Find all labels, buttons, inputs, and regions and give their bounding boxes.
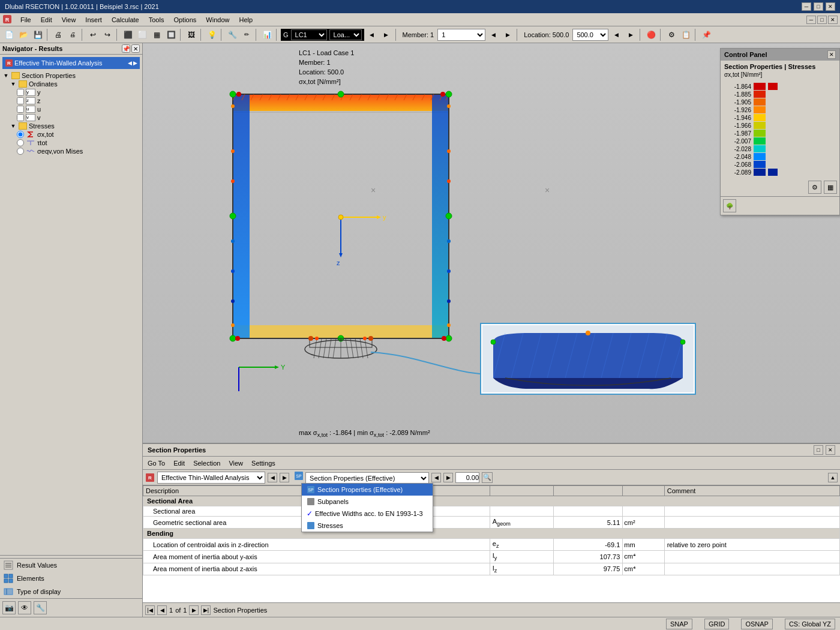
minimize-btn[interactable]: ─	[802, 2, 811, 11]
tb-btn6[interactable]: ⬜	[136, 28, 149, 41]
elements-item[interactable]: Elements	[0, 572, 142, 585]
tree-v[interactable]: v v	[0, 113, 142, 122]
tree-u[interactable]: u u	[0, 105, 142, 113]
tree-tau-tot[interactable]: τtot	[0, 139, 142, 147]
settings-btn[interactable]: Settings	[249, 460, 278, 467]
menu-view[interactable]: View	[57, 15, 81, 25]
menu-options[interactable]: Options	[169, 15, 201, 25]
app-close-btn[interactable]: ✕	[828, 16, 838, 24]
tb-btn23[interactable]: 📌	[700, 28, 713, 41]
props-select[interactable]: Section Properties (Effective) Subpanels…	[305, 472, 429, 484]
save-btn[interactable]: 💾	[31, 28, 44, 41]
color-panel-close[interactable]: ✕	[827, 50, 836, 59]
props-next-btn[interactable]: ▶	[443, 473, 453, 482]
sigma-radio[interactable]	[17, 131, 24, 138]
member-next-btn[interactable]: ▶	[501, 28, 514, 41]
menu-help[interactable]: Help	[234, 15, 257, 25]
cs-item[interactable]: CS: Global YZ	[785, 619, 835, 629]
maximize-btn[interactable]: □	[814, 2, 823, 11]
open-btn[interactable]: 📂	[17, 28, 30, 41]
sub-prev-btn[interactable]: ◀	[268, 473, 277, 482]
goto-btn[interactable]: Go To	[145, 460, 167, 467]
load-select[interactable]: Loa...	[329, 29, 362, 40]
tb-btn13[interactable]: 📊	[260, 28, 274, 41]
tb-btn9[interactable]: 🖼	[185, 28, 198, 41]
view-btn[interactable]: View	[226, 460, 245, 467]
grid-item[interactable]: GRID	[704, 619, 730, 629]
member-prev-btn[interactable]: ◀	[487, 28, 500, 41]
props-prev-btn[interactable]: ◀	[431, 473, 441, 482]
tb-btn20[interactable]: 🔴	[644, 28, 658, 41]
search-btn[interactable]: 🔍	[482, 472, 493, 483]
edit-btn[interactable]: Edit	[171, 460, 187, 467]
tb-btn11[interactable]: 🔧	[226, 28, 239, 41]
window-controls[interactable]: ─ □ ✕	[802, 2, 835, 11]
app-min-btn[interactable]: ─	[806, 16, 816, 24]
lc-prev-btn[interactable]: ◀	[365, 28, 379, 41]
snap-item[interactable]: SNAP	[666, 619, 692, 629]
osnap-item[interactable]: OSNAP	[741, 619, 773, 629]
location-select[interactable]: 500.0	[572, 29, 608, 41]
loc-next-btn[interactable]: ▶	[624, 28, 637, 41]
print-btn[interactable]: 🖨	[52, 28, 65, 41]
menu-file[interactable]: File	[16, 15, 36, 25]
z-checkbox[interactable]	[17, 97, 24, 104]
nav-footer-btn3[interactable]: 🔧	[34, 601, 47, 614]
tb-btn21[interactable]: ⚙	[665, 28, 678, 41]
dropdown-item-1[interactable]: SP Section Properties (Effective)	[302, 484, 433, 496]
mises-radio[interactable]	[17, 148, 24, 155]
tau-radio[interactable]	[17, 139, 24, 146]
tb-btn22[interactable]: 📋	[679, 28, 692, 41]
tb-btn5[interactable]: ⬛	[121, 28, 134, 41]
nav-pin-btn[interactable]: 📌	[122, 44, 130, 53]
tree-stresses[interactable]: ▼ Stresses	[0, 122, 142, 130]
analysis-dropdown[interactable]: R Effective Thin-Walled Analysis ◀▶	[2, 57, 140, 69]
bottom-close-btn[interactable]: ✕	[826, 445, 835, 455]
sub-next-btn[interactable]: ▶	[280, 473, 289, 482]
dropdown-item-2[interactable]: Subpanels	[302, 496, 433, 508]
close-btn[interactable]: ✕	[826, 2, 835, 11]
nav-controls[interactable]: 📌 ✕	[122, 44, 140, 53]
pag-last[interactable]: ▶|	[201, 605, 211, 615]
pag-first[interactable]: |◀	[145, 605, 155, 615]
analysis-combo[interactable]: Effective Thin-Walled Analysis	[157, 472, 265, 484]
nav-footer-btn2[interactable]: 👁	[18, 601, 31, 614]
member-select[interactable]: 1	[437, 29, 485, 41]
tb-btn12[interactable]: ✏	[240, 28, 253, 41]
cp-btn2[interactable]: ▦	[824, 181, 837, 194]
tb-btn7[interactable]: ▦	[150, 28, 163, 41]
nav-close-btn[interactable]: ✕	[131, 44, 140, 53]
tree-ordinates[interactable]: ▼ Ordinates	[0, 80, 142, 88]
redo-btn[interactable]: ↪	[101, 28, 114, 41]
tree-y[interactable]: y y	[0, 88, 142, 97]
selection-btn[interactable]: Selection	[191, 460, 223, 467]
new-btn[interactable]: 📄	[2, 28, 16, 41]
menu-window[interactable]: Window	[201, 15, 234, 25]
tree-z[interactable]: z z	[0, 97, 142, 105]
type-display-item[interactable]: Type of display	[0, 585, 142, 598]
result-values-item[interactable]: Result Values	[0, 559, 142, 572]
tree-section-props[interactable]: ▼ Section Properties	[0, 71, 142, 80]
tb-btn8[interactable]: 🔲	[164, 28, 178, 41]
nav-footer-btn1[interactable]: 📷	[2, 601, 16, 614]
lc-next-btn[interactable]: ▶	[380, 28, 393, 41]
y-checkbox[interactable]	[17, 89, 24, 96]
menu-edit[interactable]: Edit	[36, 15, 57, 25]
dropdown-item-3[interactable]: ✓ Effective Widths acc. to EN 1993-1-3	[302, 508, 433, 520]
value-input[interactable]	[455, 472, 479, 483]
menu-tools[interactable]: Tools	[144, 15, 169, 25]
loc-prev-btn[interactable]: ◀	[610, 28, 623, 41]
undo-btn[interactable]: ↩	[86, 28, 100, 41]
cp-tree-btn[interactable]: 🌳	[723, 199, 736, 212]
bottom-max-btn[interactable]: □	[814, 445, 823, 455]
tree-mises[interactable]: σeqv,von Mises	[0, 147, 142, 155]
dropdown-item-4[interactable]: Stresses	[302, 520, 433, 532]
menu-calculate[interactable]: Calculate	[107, 15, 144, 25]
lc-select[interactable]: LC1	[291, 29, 327, 40]
scroll-up-btn[interactable]: ▲	[828, 473, 838, 482]
pag-next[interactable]: ▶	[189, 605, 199, 615]
u-checkbox[interactable]	[17, 106, 24, 113]
pag-prev[interactable]: ◀	[157, 605, 167, 615]
print2-btn[interactable]: 🖨	[66, 28, 79, 41]
app-max-btn[interactable]: □	[817, 16, 827, 24]
